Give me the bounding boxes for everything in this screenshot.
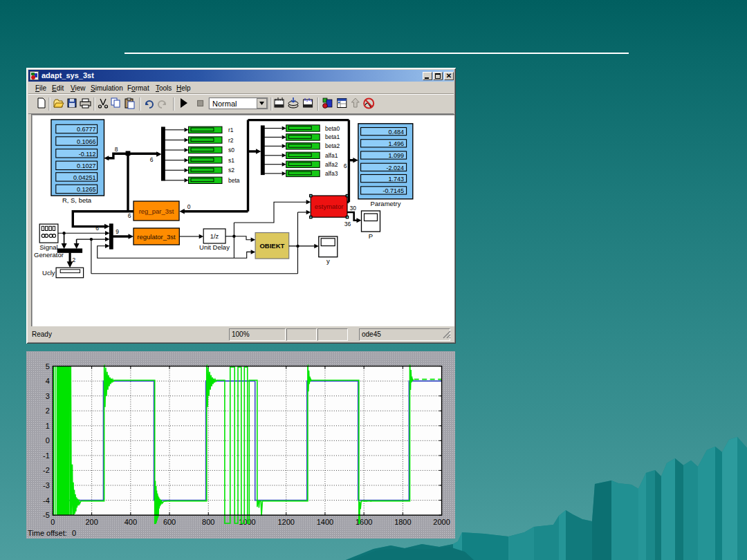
svg-text:800: 800: [202, 518, 214, 526]
svg-text:2000: 2000: [433, 518, 450, 526]
svg-text:1600: 1600: [356, 518, 372, 526]
svg-text:regulator_3st: regulator_3st: [137, 233, 176, 241]
svg-text:1: 1: [46, 422, 50, 430]
svg-text:0.6777: 0.6777: [77, 126, 96, 133]
svg-text:0: 0: [187, 203, 191, 210]
svg-text:r1: r1: [228, 127, 234, 133]
svg-text:-0.112: -0.112: [79, 151, 96, 158]
svg-text:1.099: 1.099: [388, 152, 404, 159]
svg-text:600: 600: [163, 518, 176, 526]
svg-text:s2: s2: [228, 167, 234, 174]
svg-text:Time offset:: Time offset:: [28, 529, 67, 537]
svg-text:estymator: estymator: [315, 203, 344, 210]
svg-text:6: 6: [150, 156, 154, 163]
svg-text:0: 0: [72, 529, 76, 537]
svg-text:P: P: [369, 232, 373, 240]
svg-text:-0.7145: -0.7145: [382, 187, 404, 194]
svg-text:Ucly: Ucly: [42, 269, 55, 277]
svg-text:-2: -2: [43, 466, 50, 474]
svg-text:alfa2: alfa2: [325, 161, 338, 168]
svg-text:s1: s1: [228, 157, 234, 164]
svg-text:1.496: 1.496: [388, 140, 404, 147]
svg-text:alfa3: alfa3: [325, 170, 338, 177]
svg-text:6: 6: [95, 225, 99, 232]
svg-text:4: 4: [46, 377, 50, 385]
svg-text:-3: -3: [43, 481, 50, 489]
svg-text:beta2: beta2: [325, 142, 340, 149]
svg-text:0.04251: 0.04251: [73, 174, 96, 181]
svg-text:3: 3: [46, 392, 50, 400]
svg-text:s0: s0: [228, 147, 234, 153]
svg-text:36: 36: [344, 221, 351, 227]
svg-text:6: 6: [128, 212, 131, 219]
svg-text:9: 9: [116, 228, 119, 235]
svg-text:2: 2: [73, 256, 76, 263]
svg-text:8: 8: [115, 146, 118, 153]
svg-text:6: 6: [344, 162, 347, 169]
svg-text:1400: 1400: [317, 518, 333, 526]
svg-text:Unit Delay: Unit Delay: [199, 243, 230, 251]
svg-text:beta: beta: [228, 177, 240, 184]
svg-text:beta0: beta0: [325, 125, 340, 132]
svg-text:1.743: 1.743: [388, 176, 404, 183]
svg-text:0.1265: 0.1265: [77, 186, 96, 193]
svg-text:1/z: 1/z: [210, 232, 219, 240]
svg-text:200: 200: [85, 518, 98, 526]
svg-text:R, S, beta: R, S, beta: [62, 196, 92, 204]
svg-text:-1: -1: [43, 451, 50, 460]
svg-text:5: 5: [46, 362, 50, 371]
svg-text:OBIEKT: OBIEKT: [259, 242, 284, 250]
svg-text:y: y: [326, 257, 330, 265]
svg-text:400: 400: [124, 518, 137, 526]
svg-text:0: 0: [50, 518, 55, 526]
svg-text:-2.024: -2.024: [386, 165, 404, 171]
svg-text:1200: 1200: [277, 518, 294, 526]
svg-text:Normal: Normal: [212, 100, 237, 108]
svg-text:2: 2: [46, 407, 50, 415]
svg-text:Parametry: Parametry: [371, 200, 401, 207]
svg-text:0.1066: 0.1066: [77, 138, 96, 145]
svg-text:0: 0: [46, 436, 50, 445]
svg-text:reg_par_3st: reg_par_3st: [139, 207, 174, 215]
svg-text:-4: -4: [43, 496, 50, 505]
svg-text:-5: -5: [43, 511, 50, 519]
svg-text:Signal: Signal: [39, 243, 57, 251]
svg-text:1800: 1800: [394, 518, 411, 526]
svg-text:0.1027: 0.1027: [77, 162, 96, 169]
svg-text:0.484: 0.484: [388, 129, 404, 136]
svg-text:r2: r2: [228, 137, 234, 144]
svg-text:30: 30: [350, 205, 357, 212]
svg-text:alfa1: alfa1: [325, 152, 338, 159]
svg-text:beta1: beta1: [325, 133, 340, 140]
